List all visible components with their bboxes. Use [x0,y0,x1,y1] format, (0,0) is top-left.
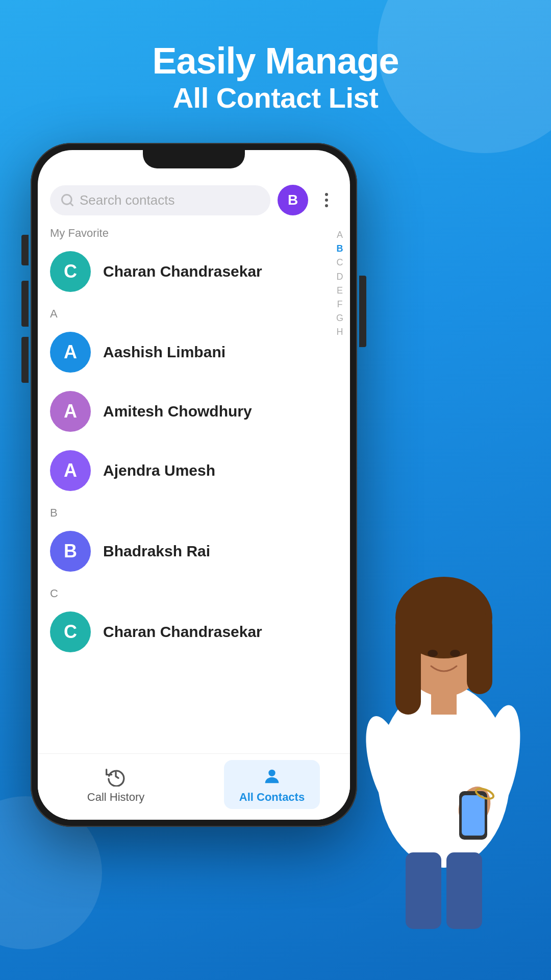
section-label-a: A [50,301,319,323]
contact-name: Amitesh Chowdhury [103,403,252,420]
section-label-favorite: My Favorite [50,220,319,242]
alpha-letter-e[interactable]: E [337,284,343,297]
svg-rect-8 [431,684,457,715]
history-icon [105,765,127,788]
contact-item[interactable]: C Charan Chandrasekar [50,242,319,301]
contact-avatar: A [50,332,91,373]
svg-rect-7 [467,612,492,694]
alpha-letter-b[interactable]: B [337,242,343,255]
nav-label-all-contacts: All Contacts [239,791,305,804]
nav-item-call-history[interactable]: Call History [38,760,194,809]
svg-rect-6 [395,612,421,715]
section-label-b: B [50,500,319,522]
contact-name: Bhadraksh Rai [103,543,210,560]
contact-name: Ajendra Umesh [103,462,215,479]
phone-mockup: Search contacts B My Favorite [31,143,357,827]
side-button-power [359,276,366,347]
svg-rect-15 [446,852,482,929]
contact-avatar: C [50,611,91,652]
search-bar-row: Search contacts B [38,176,350,220]
alpha-letter-d[interactable]: D [337,271,343,283]
side-button-volume-up [21,281,29,327]
contacts-area: My Favorite C Charan Chandrasekar A A Aa… [38,220,350,753]
contact-item[interactable]: C Charan Chandrasekar [50,602,319,662]
dot-3 [325,204,328,207]
search-bar[interactable]: Search contacts [50,185,270,215]
hero-subtitle: All Contact List [0,81,551,114]
alpha-letter-a[interactable]: A [337,229,343,241]
phone-notch [143,150,245,168]
contact-avatar: B [50,531,91,572]
hero-title: Easily Manage [0,41,551,81]
contact-item[interactable]: B Bhadraksh Rai [50,522,319,581]
contact-name: Charan Chandrasekar [103,623,262,641]
alpha-letter-c[interactable]: C [337,256,343,269]
svg-point-17 [450,650,460,657]
woman-figure [316,480,551,929]
dot-2 [325,199,328,202]
alpha-letter-h[interactable]: H [337,326,343,338]
contact-avatar: A [50,391,91,432]
contact-name: Aashish Limbani [103,344,226,361]
more-options-button[interactable] [315,189,338,211]
search-avatar[interactable]: B [278,185,308,215]
side-button-volume-silent [21,235,29,265]
contact-name: Charan Chandrasekar [103,263,262,280]
contact-avatar: A [50,450,91,491]
section-label-c: C [50,581,319,602]
svg-line-1 [70,203,72,205]
alpha-letter-f[interactable]: F [337,298,343,311]
phone-frame: Search contacts B My Favorite [31,143,357,827]
contact-item[interactable]: A Amitesh Chowdhury [50,382,319,441]
contact-avatar: C [50,251,91,292]
app-content: Search contacts B My Favorite [38,150,350,820]
nav-label-call-history: Call History [87,791,144,804]
svg-rect-14 [406,852,441,929]
svg-point-16 [428,650,438,657]
search-placeholder: Search contacts [80,192,174,208]
side-button-volume-down [21,337,29,383]
dot-1 [325,193,328,196]
contacts-icon [261,765,283,788]
phone-screen: Search contacts B My Favorite [38,150,350,820]
hero-section: Easily Manage All Contact List [0,41,551,114]
contact-item[interactable]: A Aashish Limbani [50,323,319,382]
alpha-letter-g[interactable]: G [336,312,343,325]
bottom-nav: Call History All Contacts [38,753,350,820]
search-icon [60,193,74,207]
contact-item[interactable]: A Ajendra Umesh [50,441,319,500]
contacts-list: My Favorite C Charan Chandrasekar A A Aa… [38,220,332,753]
svg-rect-13 [462,795,485,836]
svg-point-2 [268,769,275,776]
